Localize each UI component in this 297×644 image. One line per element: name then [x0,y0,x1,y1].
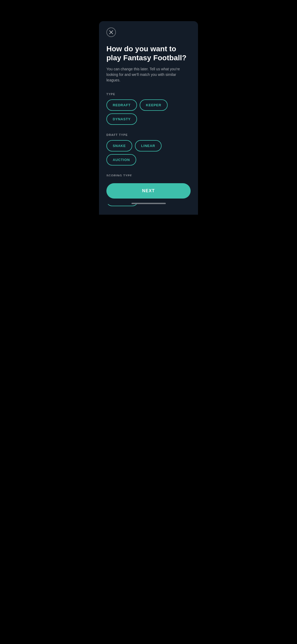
close-button[interactable] [106,27,116,37]
draft-type-label: DRAFT TYPE [106,133,191,136]
section-type: TYPE REDRAFT KEEPER DYNASTY [106,93,191,125]
type-label: TYPE [106,93,191,96]
bottom-section: NEXT [106,176,191,204]
option-auction[interactable]: AUCTION [106,154,136,165]
close-icon [109,30,113,34]
type-options-row: REDRAFT KEEPER DYNASTY [106,99,191,125]
modal-sheet: How do you want to play Fantasy Football… [99,21,198,215]
option-linear[interactable]: LINEAR [135,140,162,151]
option-dynasty[interactable]: DYNASTY [106,113,137,125]
draft-type-options-row: SNAKE LINEAR AUCTION [106,140,191,165]
page-subtitle: You can change this later. Tell us what … [106,66,191,83]
option-snake[interactable]: SNAKE [106,140,132,151]
next-button[interactable]: NEXT [106,183,191,199]
section-draft-type: DRAFT TYPE SNAKE LINEAR AUCTION [106,133,191,165]
page-title: How do you want to play Fantasy Football… [106,44,191,62]
home-indicator [131,203,166,204]
option-redraft[interactable]: REDRAFT [106,99,137,111]
option-keeper[interactable]: KEEPER [140,99,168,111]
phone-container: How do you want to play Fantasy Football… [99,0,198,215]
